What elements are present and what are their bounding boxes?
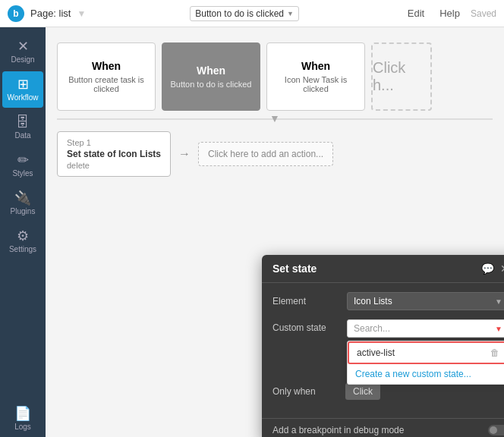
content-area: When Button create task is clicked When … (46, 27, 504, 437)
element-select-value: Icon Lists (354, 296, 392, 307)
step-title: Set state of Icon Lists (67, 149, 161, 159)
trigger-dropdown-label: Button to do is clicked (195, 8, 284, 19)
saved-status: Saved (471, 8, 496, 19)
custom-state-placeholder: Search... (354, 323, 390, 334)
modal-element-row: Element Icon Lists ▼ (272, 292, 504, 310)
modal-comment-icon[interactable]: 💬 (481, 263, 494, 275)
plugins-icon: 🔌 (14, 191, 31, 205)
when-card-3-subtitle: Icon New Task is clicked (275, 75, 357, 93)
step-arrow-icon: → (178, 147, 191, 161)
sidebar-label-plugins: Plugins (11, 207, 36, 215)
modal-body: Element Icon Lists ▼ Custom state Search… (262, 283, 504, 418)
create-custom-state-button[interactable]: Create a new custom state... (348, 364, 504, 384)
modal-header-icons: 💬 ✕ (481, 263, 504, 275)
design-icon: ✕ (17, 39, 29, 53)
workflow-icon: ⊞ (17, 77, 29, 91)
topbar: b Page: list ▼ Button to do is clicked ▼… (0, 0, 504, 27)
sidebar-item-logs[interactable]: 📄 Logs (2, 401, 43, 437)
sidebar-label-workflow: Workflow (8, 93, 39, 102)
dropdown-item-active-list[interactable]: active-list 🗑 (348, 341, 504, 364)
modal-custom-state-row: Custom state Search... ▼ active-list 🗑 (272, 319, 504, 338)
main-layout: ✕ Design ⊞ Workflow 🗄 Data ✏ Styles 🔌 Pl… (0, 27, 504, 437)
when-card-2[interactable]: When Button to do is clicked (162, 42, 260, 111)
help-button[interactable]: Help (435, 6, 465, 20)
sidebar-label-styles: Styles (12, 169, 33, 178)
custom-state-input[interactable]: Search... ▼ (347, 319, 504, 338)
sidebar-label-logs: Logs (14, 423, 31, 431)
add-action-label: Click here to add an action... (208, 149, 323, 159)
styles-icon: ✏ (17, 153, 29, 167)
create-custom-state-label: Create a new custom state... (355, 369, 471, 379)
element-select[interactable]: Icon Lists ▼ (347, 292, 504, 310)
when-cards-row: When Button create task is clicked When … (46, 27, 504, 118)
sidebar-item-styles[interactable]: ✏ Styles (2, 147, 43, 184)
trigger-dropdown-arrow-icon: ▼ (287, 10, 294, 17)
sidebar-label-data: Data (14, 131, 30, 140)
modal-title: Set state (272, 263, 317, 275)
step-box[interactable]: Step 1 Set state of Icon Lists delete (57, 131, 171, 177)
sidebar-item-plugins[interactable]: 🔌 Plugins (2, 185, 43, 222)
sidebar-label-design: Design (11, 55, 34, 64)
when-card-2-subtitle: Button to do is clicked (170, 80, 251, 89)
when-card-2-title: When (197, 64, 225, 77)
click-here-label: Click h... (373, 59, 430, 94)
debug-label: Add a breakpoint in debug mode (272, 425, 404, 435)
canvas-area: When Button create task is clicked When … (46, 27, 504, 437)
sidebar-item-design[interactable]: ✕ Design (2, 33, 43, 70)
sidebar-item-data[interactable]: 🗄 Data (2, 109, 43, 146)
modal-header: Set state 💬 ✕ (262, 255, 504, 283)
when-card-1-subtitle: Button create task is clicked (65, 75, 147, 93)
step-area: Step 1 Set state of Icon Lists delete → … (46, 120, 504, 188)
custom-state-dropdown: active-list 🗑 Create a new custom state.… (347, 341, 504, 385)
page-arrow-icon: ▼ (77, 8, 86, 19)
step-delete-link[interactable]: delete (67, 161, 161, 170)
trigger-dropdown[interactable]: Button to do is clicked ▼ (190, 6, 299, 21)
when-card-1[interactable]: When Button create task is clicked (57, 42, 156, 111)
data-icon: 🗄 (16, 115, 30, 129)
sidebar-item-workflow[interactable]: ⊞ Workflow (2, 71, 43, 108)
dropdown-item-delete-icon[interactable]: 🗑 (490, 347, 499, 358)
when-card-3-title: When (301, 60, 330, 72)
sidebar: ✕ Design ⊞ Workflow 🗄 Data ✏ Styles 🔌 Pl… (0, 27, 46, 437)
custom-state-container: Search... ▼ active-list 🗑 Create a new c… (347, 319, 504, 338)
page-title: Page: list (30, 8, 71, 19)
dropdown-item-label: active-list (357, 347, 395, 358)
custom-state-label: Custom state (272, 319, 341, 333)
settings-icon: ⚙ (17, 229, 29, 243)
app-logo: b (8, 5, 24, 22)
set-state-modal: Set state 💬 ✕ Element Icon Lists ▼ (262, 255, 504, 437)
modal-only-when-row: Only when Click (272, 383, 504, 400)
element-label: Element (272, 296, 341, 307)
custom-state-arrow-icon: ▼ (495, 325, 502, 333)
when-card-3[interactable]: When Icon New Task is clicked (266, 42, 365, 111)
click-here-card[interactable]: Click h... (371, 42, 432, 111)
sidebar-item-settings[interactable]: ⚙ Settings (2, 223, 43, 259)
only-when-click-button[interactable]: Click (345, 383, 380, 400)
only-when-label: Only when (272, 386, 341, 397)
edit-button[interactable]: Edit (403, 6, 429, 20)
modal-close-icon[interactable]: ✕ (500, 263, 504, 275)
when-card-1-title: When (92, 60, 121, 72)
add-action-box[interactable]: Click here to add an action... (198, 142, 333, 166)
element-select-arrow-icon: ▼ (495, 297, 502, 306)
logs-icon: 📄 (14, 407, 31, 420)
debug-toggle[interactable] (488, 425, 504, 435)
modal-debug-row: Add a breakpoint in debug mode (262, 418, 504, 437)
canvas-divider (57, 118, 493, 120)
sidebar-label-settings: Settings (9, 245, 36, 253)
step-number: Step 1 (67, 138, 161, 147)
